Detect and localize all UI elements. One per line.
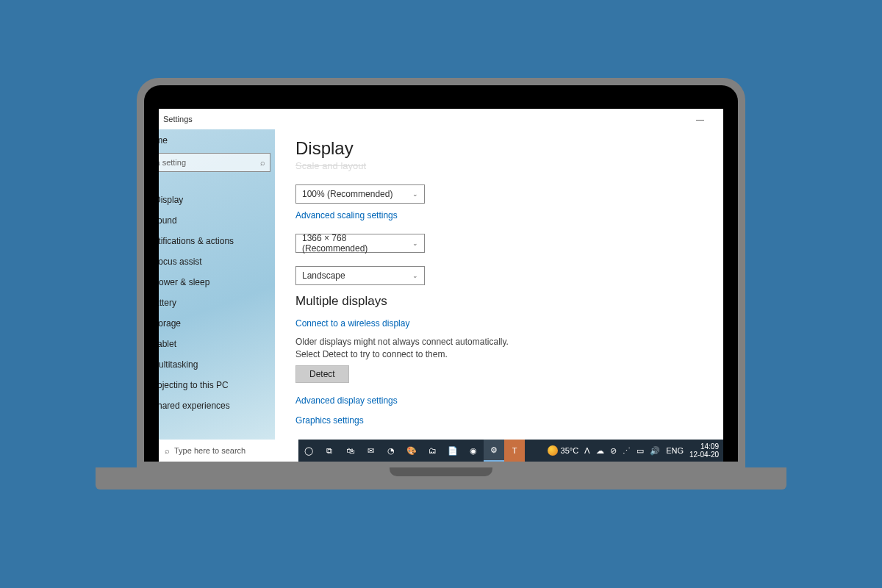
desktop-screen: Settings — Home Find a setting ⌕ Display… [159,109,723,462]
onedrive-icon[interactable]: ☁ [596,446,604,456]
sidebar-item-sound[interactable]: Sound [159,210,275,231]
volume-icon[interactable]: 🔊 [650,446,660,456]
weather-widget[interactable]: 35°C [548,445,579,456]
sidebar-item-storage[interactable]: Storage [159,313,275,334]
mail-icon[interactable]: ✉ [360,440,381,462]
weather-icon [548,445,558,456]
resolution-dropdown[interactable]: 1366 × 768 (Recommended) ⌄ [295,234,425,253]
advanced-display-link[interactable]: Advanced display settings [295,395,398,406]
window-title: Settings [163,115,193,123]
chevron-up-icon[interactable]: ᐱ [584,446,590,456]
explorer-icon[interactable]: 🗂 [422,440,442,462]
page-title: Display [295,138,703,159]
chevron-down-icon: ⌄ [412,272,418,279]
resolution-value: 1366 × 768 (Recommended) [302,233,412,254]
minimize-button[interactable]: — [696,115,704,123]
store-icon[interactable]: 🛍 [340,440,360,462]
sidebar-item-notifications[interactable]: Notifications & actions [159,231,275,251]
settings-icon[interactable]: ⚙ [484,440,504,462]
sidebar-item-tablet[interactable]: Tablet [159,334,275,354]
scale-dropdown[interactable]: 100% (Recommended) ⌄ [295,184,425,204]
edge-icon[interactable]: ◔ [381,440,401,462]
sidebar-item-shared[interactable]: Shared experiences [159,395,275,416]
taskbar-apps: ⧉ 🛍 ✉ ◔ 🎨 🗂 📄 ◉ ⚙ T [319,440,525,462]
settings-sidebar: Home Find a setting ⌕ Display Sound Noti… [159,129,275,447]
scale-value: 100% (Recommended) [302,189,392,199]
word-icon[interactable]: 📄 [442,440,463,462]
window-titlebar: Settings — [159,109,723,129]
chevron-down-icon: ⌄ [412,190,418,198]
detect-description: Older displays might not always connect … [295,336,509,361]
sidebar-item-multitasking[interactable]: Multitasking [159,354,275,375]
battery-icon[interactable]: ▭ [637,446,644,456]
taskbar-search-placeholder: Type here to search [174,446,245,455]
teams-icon[interactable]: T [504,440,525,462]
multiple-displays-heading: Multiple displays [295,294,703,309]
advanced-scaling-link[interactable]: Advanced scaling settings [295,210,398,220]
settings-main: Display Scale and layout 100% (Recommend… [275,129,723,447]
sidebar-item-power[interactable]: Power & sleep [159,272,275,293]
sidebar-item-projecting[interactable]: Projecting to this PC [159,375,275,395]
detect-button[interactable]: Detect [295,365,349,383]
laptop-base [96,467,786,490]
chevron-down-icon: ⌄ [412,240,418,247]
section-scale-layout: Scale and layout [295,160,703,171]
clock-date: 12-04-20 [689,451,719,459]
sidebar-item-display[interactable]: Display [159,190,275,210]
search-icon: ⌕ [260,158,265,167]
sidebar-item-battery[interactable]: Battery [159,293,275,313]
orientation-value: Landscape [302,270,345,281]
home-link[interactable]: Home [159,132,275,153]
system-tray: 35°C ᐱ ☁ ⊘ ⋰ ▭ 🔊 ENG 14:09 12-04-20 [548,440,723,462]
wifi-icon[interactable]: ⋰ [623,446,631,456]
language-indicator[interactable]: ENG [666,446,684,455]
taskbar: ⌕ Type here to search ◯ ⧉ 🛍 ✉ ◔ 🎨 🗂 📄 ◉ … [159,440,723,462]
orientation-dropdown[interactable]: Landscape ⌄ [295,266,425,285]
chrome-icon[interactable]: ◉ [463,440,484,462]
sidebar-item-focus-assist[interactable]: Focus assist [159,251,275,272]
weather-temp: 35°C [561,446,579,455]
cortana-icon[interactable]: ◯ [298,440,319,462]
taskbar-search[interactable]: ⌕ Type here to search [159,440,298,462]
search-input[interactable]: Find a setting ⌕ [159,153,270,172]
clock[interactable]: 14:09 12-04-20 [689,442,719,459]
paint-icon[interactable]: 🎨 [401,440,422,462]
search-placeholder: Find a setting [159,158,186,167]
network-icon[interactable]: ⊘ [610,446,617,456]
search-icon: ⌕ [165,446,170,455]
connect-wireless-link[interactable]: Connect to a wireless display [295,318,409,329]
clock-time: 14:09 [689,442,719,451]
graphics-settings-link[interactable]: Graphics settings [295,415,364,426]
task-view-icon[interactable]: ⧉ [319,440,340,462]
